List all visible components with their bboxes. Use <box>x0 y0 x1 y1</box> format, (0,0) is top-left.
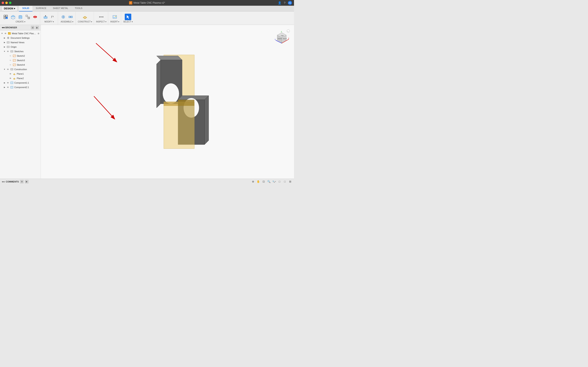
tree-item-sketch2[interactable]: 👁 Sketch2 <box>5 54 41 58</box>
construct-plane-btn[interactable] <box>82 14 88 20</box>
tree-label-sketches: Sketches <box>14 50 40 53</box>
svg-rect-31 <box>71 16 72 18</box>
tree-toggle-named[interactable]: ▶ <box>3 41 6 44</box>
grid-origin-btn[interactable]: ⊕ <box>251 179 255 184</box>
inspect-measure-btn[interactable] <box>98 14 104 20</box>
tree-toggle-doc[interactable]: ▶ <box>3 37 6 39</box>
create-label[interactable]: CREATE ▾ <box>16 21 25 23</box>
select-group: SELECT ▾ <box>121 12 134 25</box>
eye-icon-plane1[interactable]: 👁 <box>9 72 12 75</box>
zoom-fit-btn[interactable]: ⊡ <box>261 179 266 184</box>
svg-rect-60 <box>11 86 13 88</box>
eye-icon-root[interactable]: 👁 <box>4 32 7 35</box>
tree-item-sketch3[interactable]: 👁 Sketch3 <box>5 58 41 63</box>
tree-item-origin[interactable]: ▶ Origin <box>2 45 41 49</box>
eye-off-icon-s3[interactable]: 👁 <box>9 59 12 62</box>
tree-item-construction[interactable]: ▼ 👁 Construction <box>2 67 41 72</box>
settings-icon-root[interactable]: ⚙ <box>37 32 40 35</box>
viewport[interactable]: TOP RIGHT FRONT X Z Y ⌂ <box>41 25 294 179</box>
insert-group: INSERT ▾ <box>109 12 121 25</box>
tree-label-origin: Origin <box>11 46 40 48</box>
tree-item-plane1[interactable]: 👁 Plane1 <box>5 72 41 76</box>
browser-header: ◀◀ BROWSER ⊞ ▶ <box>0 25 41 30</box>
tree-item-comp1[interactable]: ▶ 👁 Component1:1 <box>2 81 41 85</box>
modify-label[interactable]: MODIFY ▾ <box>44 21 54 23</box>
browser-filter-btn[interactable]: ⊞ <box>31 26 35 29</box>
inspect-label[interactable]: INSPECT ▾ <box>96 21 106 23</box>
tree-item-sketches[interactable]: ▼ 👁 Sketches <box>2 49 41 54</box>
modify-press-pull-btn[interactable] <box>42 14 49 20</box>
eye-off-icon-s4[interactable]: 👁 <box>9 63 12 66</box>
pan-btn[interactable]: ✋ <box>256 179 260 184</box>
tree-item-named-views[interactable]: ▶ Named Views <box>2 40 41 45</box>
create-cylinder-btn[interactable] <box>17 14 24 20</box>
tree-toggle-construction[interactable]: ▼ <box>3 68 6 71</box>
tree-item-plane2[interactable]: 👁 Plane2 <box>5 76 41 81</box>
tree-toggle-origin[interactable]: ▶ <box>3 46 6 48</box>
create-pattern-btn[interactable] <box>32 14 38 20</box>
zoom-select-btn[interactable]: 🔍 <box>267 179 271 184</box>
insert-image-btn[interactable] <box>112 14 118 20</box>
construct-label[interactable]: CONSTRUCT ▾ <box>78 21 92 23</box>
svg-line-77 <box>94 96 114 119</box>
eye-icon-comp2[interactable]: 👁 <box>7 86 9 89</box>
tree-toggle-comp2[interactable]: ▶ <box>3 86 6 89</box>
svg-text:Y: Y <box>275 39 276 40</box>
eye-icon-comp1[interactable]: 👁 <box>7 81 9 84</box>
svg-text:TOP: TOP <box>281 35 284 36</box>
tree-item-sketch4[interactable]: 👁 Sketch4 <box>5 63 41 67</box>
assemble-rigid-btn[interactable] <box>67 14 74 20</box>
svg-point-13 <box>33 16 35 17</box>
assemble-joint-btn[interactable] <box>60 14 67 20</box>
tab-solid[interactable]: SOLID <box>19 6 33 11</box>
maximize-button[interactable] <box>9 2 11 4</box>
comments-expand-icon[interactable]: ◀◀ <box>2 181 4 183</box>
comments-expand-btn[interactable]: ▶ <box>25 180 29 184</box>
svg-marker-64 <box>156 56 182 60</box>
insert-label[interactable]: INSERT ▾ <box>110 21 119 23</box>
eye-icon-plane2[interactable]: 👁 <box>9 77 12 80</box>
account-icon[interactable]: 👤 <box>278 1 281 4</box>
svg-point-41 <box>115 16 116 17</box>
tree-toggle-sketches[interactable]: ▼ <box>3 50 6 53</box>
user-initials[interactable]: AE <box>288 1 292 5</box>
toolbar: DESIGN ▾ SOLID SURFACE SHEET METAL TOOLS… <box>0 6 294 25</box>
tree-item-doc-settings[interactable]: ▶ Document Settings <box>2 36 41 40</box>
title-actions: 👤 ? AE <box>278 1 292 5</box>
select-label[interactable]: SELECT ▾ <box>123 21 133 23</box>
close-button[interactable] <box>2 2 4 4</box>
svg-line-12 <box>27 16 28 17</box>
eye-off-icon-s2[interactable]: 👁 <box>9 54 12 57</box>
tab-tools[interactable]: TOOLS <box>71 6 86 11</box>
eye-icon-sketches[interactable]: 👁 <box>7 50 9 53</box>
tree-icon-comp2 <box>10 86 13 89</box>
tree-toggle-root[interactable]: ▼ <box>1 32 3 35</box>
tree-toggle-comp1[interactable]: ▶ <box>3 82 6 84</box>
zoom-in-btn[interactable]: 🔍+ <box>272 179 277 184</box>
view-mode-btn[interactable]: □ <box>277 179 282 184</box>
browser-expand-btn[interactable]: ▶ <box>35 26 39 29</box>
tab-sheet-metal[interactable]: SHEET METAL <box>50 6 71 11</box>
svg-text:⌂: ⌂ <box>287 30 288 32</box>
display-mode-btn[interactable]: □ <box>283 179 287 184</box>
tree-item-comp2[interactable]: ▶ 👁 Component2:1 <box>2 85 41 90</box>
comments-add-btn[interactable]: ⊕ <box>20 180 24 184</box>
assemble-label[interactable]: ASSEMBLE ▾ <box>61 21 73 23</box>
help-icon[interactable]: ? <box>284 1 285 4</box>
select-btn[interactable] <box>125 14 131 20</box>
viewcube[interactable]: TOP RIGHT FRONT X Z Y ⌂ <box>274 29 290 45</box>
create-transform-btn[interactable] <box>25 14 31 20</box>
tree-toggle-p2 <box>6 77 8 80</box>
create-box-btn[interactable] <box>10 14 16 20</box>
tree-toggle-s3 <box>6 59 8 62</box>
create-new-component-btn[interactable]: + <box>2 14 9 20</box>
ui-mode-btn[interactable]: ⊞ <box>288 179 292 184</box>
minimize-button[interactable] <box>5 2 8 4</box>
modify-parametric-btn[interactable]: fx <box>50 14 56 20</box>
svg-point-16 <box>34 16 35 16</box>
tab-surface[interactable]: SURFACE <box>33 6 50 11</box>
tree-label-sketch2: Sketch2 <box>17 55 40 57</box>
design-dropdown[interactable]: DESIGN ▾ <box>2 6 17 11</box>
eye-icon-construction[interactable]: 👁 <box>7 68 9 71</box>
tree-item-root[interactable]: ▼ 👁 Metal Table CNC Plasma v1 ⚙ <box>0 31 41 36</box>
